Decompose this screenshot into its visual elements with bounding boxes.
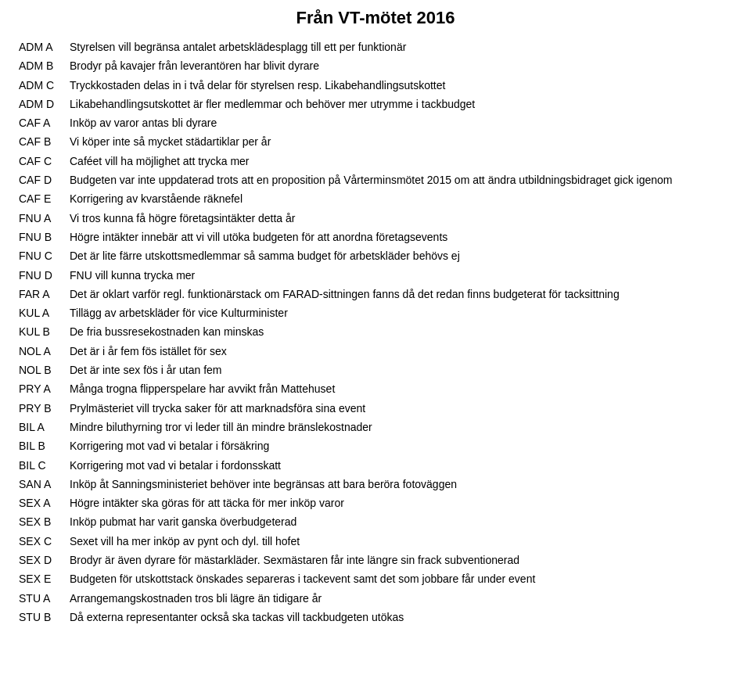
- table-row: KUL ATillägg av arbetskläder för vice Ku…: [16, 303, 735, 322]
- table-row: BIL AMindre biluthyrning tror vi leder t…: [16, 418, 735, 436]
- row-code: BIL A: [16, 418, 66, 436]
- row-code: NOL B: [16, 361, 66, 379]
- content-table: ADM AStyrelsen vill begränsa antalet arb…: [16, 38, 735, 626]
- row-code: CAF A: [16, 113, 66, 132]
- table-row: SEX DBrodyr är även dyrare för mästarklä…: [16, 551, 735, 569]
- table-row: PRY BPrylmästeriet vill trycka saker för…: [16, 399, 735, 418]
- table-row: ADM BBrodyr på kavajer från leverantören…: [16, 56, 735, 75]
- row-code: ADM B: [16, 56, 66, 75]
- row-description: Korrigering av kvarstående räknefel: [66, 189, 735, 208]
- row-code: FNU D: [16, 266, 66, 285]
- table-row: CAF BVi köper inte så mycket städartikla…: [16, 132, 735, 151]
- table-row: STU AArrangemangskostnaden tros bli lägr…: [16, 589, 735, 608]
- page-title: Från VT-mötet 2016: [16, 8, 735, 28]
- row-code: SAN A: [16, 475, 66, 494]
- row-description: Det är oklart varför regl. funktionärsta…: [66, 285, 735, 303]
- table-row: ADM AStyrelsen vill begränsa antalet arb…: [16, 38, 735, 56]
- row-description: Inköp pubmat har varit ganska överbudget…: [66, 512, 735, 531]
- table-row: FNU AVi tros kunna få högre företagsintä…: [16, 209, 735, 228]
- row-description: Då externa representanter också ska tack…: [66, 608, 735, 626]
- row-code: NOL A: [16, 342, 66, 361]
- row-description: Budgeten var inte uppdaterad trots att e…: [66, 171, 735, 189]
- row-description: Vi köper inte så mycket städartiklar per…: [66, 132, 735, 151]
- table-row: NOL ADet är i år fem fös istället för se…: [16, 342, 735, 361]
- row-code: FAR A: [16, 285, 66, 303]
- row-code: SEX A: [16, 494, 66, 512]
- row-description: Caféet vill ha möjlighet att trycka mer: [66, 152, 735, 171]
- row-code: PRY B: [16, 399, 66, 418]
- row-code: CAF E: [16, 189, 66, 208]
- row-code: FNU B: [16, 228, 66, 246]
- table-row: NOL BDet är inte sex fös i år utan fem: [16, 361, 735, 379]
- row-description: Många trogna flipperspelare har avvikt f…: [66, 379, 735, 398]
- table-row: FNU CDet är lite färre utskottsmedlemmar…: [16, 246, 735, 265]
- row-description: Mindre biluthyrning tror vi leder till ä…: [66, 418, 735, 436]
- row-code: STU B: [16, 608, 66, 626]
- table-row: ADM DLikabehandlingsutskottet är fler me…: [16, 95, 735, 113]
- row-code: BIL C: [16, 456, 66, 475]
- row-description: Prylmästeriet vill trycka saker för att …: [66, 399, 735, 418]
- row-code: ADM D: [16, 95, 66, 113]
- row-code: CAF D: [16, 171, 66, 189]
- row-description: Vi tros kunna få högre företagsintäkter …: [66, 209, 735, 228]
- table-row: SAN AInköp åt Sanningsministeriet behöve…: [16, 475, 735, 494]
- row-description: Högre intäkter innebär att vi vill utöka…: [66, 228, 735, 246]
- row-description: Det är inte sex fös i år utan fem: [66, 361, 735, 379]
- row-description: Högre intäkter ska göras för att täcka f…: [66, 494, 735, 512]
- table-row: KUL BDe fria bussresekostnaden kan minsk…: [16, 322, 735, 341]
- row-description: Likabehandlingsutskottet är fler medlemm…: [66, 95, 735, 113]
- row-code: SEX B: [16, 512, 66, 531]
- row-code: PRY A: [16, 379, 66, 398]
- table-row: CAF DBudgeten var inte uppdaterad trots …: [16, 171, 735, 189]
- table-row: CAF CCaféet vill ha möjlighet att trycka…: [16, 152, 735, 171]
- table-row: CAF AInköp av varor antas bli dyrare: [16, 113, 735, 132]
- row-description: Det är i år fem fös istället för sex: [66, 342, 735, 361]
- row-description: Det är lite färre utskottsmedlemmar så s…: [66, 246, 735, 265]
- table-row: CAF EKorrigering av kvarstående räknefel: [16, 189, 735, 208]
- table-row: SEX CSexet vill ha mer inköp av pynt och…: [16, 532, 735, 551]
- row-description: Sexet vill ha mer inköp av pynt och dyl.…: [66, 532, 735, 551]
- row-description: FNU vill kunna trycka mer: [66, 266, 735, 285]
- table-row: STU BDå externa representanter också ska…: [16, 608, 735, 626]
- row-description: Korrigering mot vad vi betalar i försäkr…: [66, 436, 735, 455]
- row-code: CAF C: [16, 152, 66, 171]
- table-row: SEX EBudgeten för utskottstack önskades …: [16, 569, 735, 588]
- table-row: BIL CKorrigering mot vad vi betalar i fo…: [16, 456, 735, 475]
- row-code: SEX E: [16, 569, 66, 588]
- table-row: FNU BHögre intäkter innebär att vi vill …: [16, 228, 735, 246]
- row-code: SEX C: [16, 532, 66, 551]
- row-description: Korrigering mot vad vi betalar i fordons…: [66, 456, 735, 475]
- row-code: CAF B: [16, 132, 66, 151]
- row-code: ADM C: [16, 76, 66, 95]
- row-code: STU A: [16, 589, 66, 608]
- table-row: FNU DFNU vill kunna trycka mer: [16, 266, 735, 285]
- row-description: Tryckkostaden delas in i två delar för s…: [66, 76, 735, 95]
- table-row: FAR ADet är oklart varför regl. funktion…: [16, 285, 735, 303]
- row-description: Inköp av varor antas bli dyrare: [66, 113, 735, 132]
- row-code: FNU A: [16, 209, 66, 228]
- table-row: SEX BInköp pubmat har varit ganska överb…: [16, 512, 735, 531]
- row-description: Arrangemangskostnaden tros bli lägre än …: [66, 589, 735, 608]
- table-row: ADM CTryckkostaden delas in i två delar …: [16, 76, 735, 95]
- row-code: KUL A: [16, 303, 66, 322]
- row-description: Tillägg av arbetskläder för vice Kulturm…: [66, 303, 735, 322]
- table-row: PRY AMånga trogna flipperspelare har avv…: [16, 379, 735, 398]
- row-code: FNU C: [16, 246, 66, 265]
- row-code: SEX D: [16, 551, 66, 569]
- table-row: BIL BKorrigering mot vad vi betalar i fö…: [16, 436, 735, 455]
- row-description: De fria bussresekostnaden kan minskas: [66, 322, 735, 341]
- row-code: ADM A: [16, 38, 66, 56]
- row-code: BIL B: [16, 436, 66, 455]
- row-description: Brodyr är även dyrare för mästarkläder. …: [66, 551, 735, 569]
- row-description: Brodyr på kavajer från leverantören har …: [66, 56, 735, 75]
- row-description: Budgeten för utskottstack önskades separ…: [66, 569, 735, 588]
- row-description: Styrelsen vill begränsa antalet arbetskl…: [66, 38, 735, 56]
- table-row: SEX AHögre intäkter ska göras för att tä…: [16, 494, 735, 512]
- row-description: Inköp åt Sanningsministeriet behöver int…: [66, 475, 735, 494]
- row-code: KUL B: [16, 322, 66, 341]
